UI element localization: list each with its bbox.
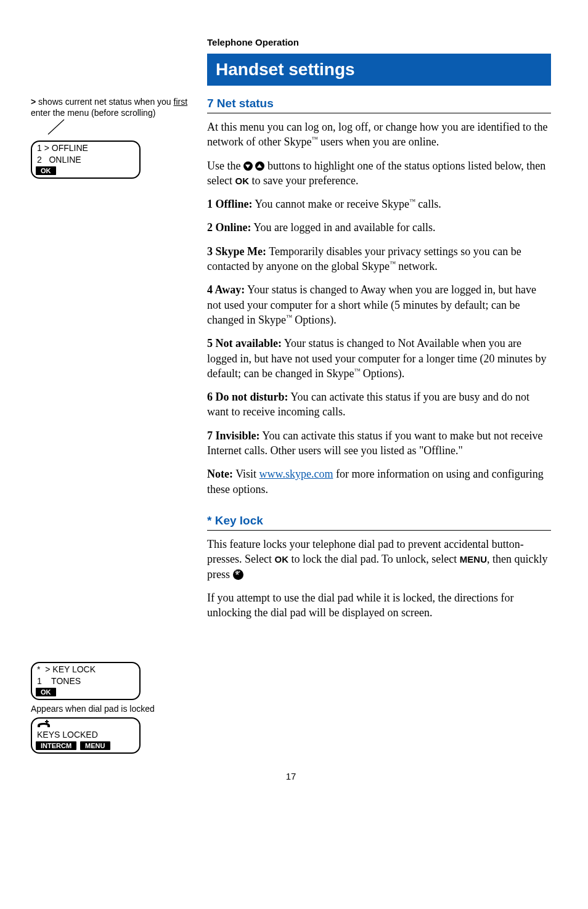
lcd-softkey-menu: MENU [80,741,110,750]
lcd-softkey-ok: OK [36,166,56,175]
option-skype-me: 3 Skype Me: Temporarily disables your pr… [207,244,551,274]
nav-up-icon [255,161,264,171]
pointer-line-icon [47,118,65,136]
lcd-softkey-intercom: INTERCM [36,741,76,750]
section-title-key-lock: * Key lock [207,514,551,531]
svg-rect-2 [45,721,49,722]
paragraph: At this menu you can log on, log off, or… [207,120,551,150]
margin-caption-locked: Appears when dial pad is locked [31,704,196,714]
paragraph: This feature locks your telephone dial p… [207,537,551,582]
lcd-line: 1 TONES [32,675,139,687]
svg-line-0 [48,120,64,134]
page-title-banner: Handset settings [207,54,551,86]
section-title-net-status: 7 Net status [207,97,551,113]
lcd-mock-keylock-menu: * > KEY LOCK 1 TONES OK [31,662,141,700]
margin-note-net-status: > shows current net status when you firs… [31,97,196,118]
paragraph: If you attempt to use the dial pad while… [207,590,551,621]
option-not-available: 5 Not available: Your status is changed … [207,336,551,381]
option-do-not-disturb: 6 Do not disturb: You can activate this … [207,389,551,420]
section-heading: Telephone Operation [207,37,551,47]
skype-link[interactable]: www.skype.com [259,468,333,480]
nav-down-icon [243,161,253,171]
page-number: 17 [31,771,551,781]
option-online: 2 Online: You are logged in and availabl… [207,220,551,235]
handset-plus-icon [37,720,51,728]
lcd-mock-keys-locked: KEYS LOCKED INTERCM MENU [31,717,141,754]
lcd-line: 2 ONLINE [32,153,139,165]
lcd-softkey-ok: OK [36,688,56,696]
lcd-line: 1 > OFFLINE [32,142,139,153]
note-paragraph: Note: Visit www.skype.com for more infor… [207,467,551,497]
option-offline: 1 Offline: You cannot make or receive Sk… [207,197,551,211]
lcd-line: * > KEY LOCK [32,663,139,675]
paragraph: Use the buttons to highlight one of the … [207,158,551,189]
lcd-mock-net-status: 1 > OFFLINE 2 ONLINE OK [31,141,141,179]
star-tone-button-icon [233,569,243,580]
option-away: 4 Away: Your status is changed to Away w… [207,282,551,327]
option-invisible: 7 Invisible: You can activate this statu… [207,428,551,459]
lcd-line: KEYS LOCKED [32,728,139,740]
